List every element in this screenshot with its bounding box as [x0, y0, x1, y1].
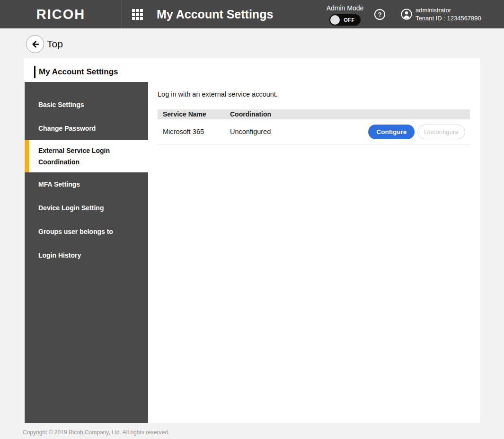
- ricoh-logo: RICOH: [0, 0, 122, 28]
- col-header-coordination: Coordination: [230, 110, 470, 118]
- sidebar-item-basic-settings[interactable]: Basic Settings: [25, 93, 148, 116]
- settings-panel: My Account Settings Basic Settings Chang…: [24, 58, 480, 423]
- coordination-status-cell: Unconfigured: [230, 128, 368, 135]
- sidebar-item-login-history[interactable]: Login History: [25, 243, 148, 267]
- help-icon[interactable]: ?: [374, 9, 385, 20]
- page-title: My Account Settings: [34, 66, 118, 78]
- sidebar-item-change-password[interactable]: Change Password: [25, 116, 148, 140]
- row-actions: Configure Unconfigure: [368, 125, 470, 139]
- tenant-id: Tenant ID : 1234567890: [416, 14, 481, 22]
- unconfigure-button: Unconfigure: [417, 125, 465, 139]
- admin-mode-control: Admin Mode OFF: [321, 4, 369, 26]
- sidebar-item-mfa-settings[interactable]: MFA Settings: [25, 172, 148, 196]
- toggle-knob-icon: [330, 15, 340, 25]
- sidebar-item-groups-user-belongs-to[interactable]: Groups user belongs to: [25, 220, 148, 243]
- app-launcher-icon[interactable]: [132, 9, 143, 20]
- sidebar-item-device-login-setting[interactable]: Device Login Setting: [25, 196, 148, 220]
- user-account-icon[interactable]: [401, 9, 412, 20]
- user-name: administrator: [416, 6, 481, 14]
- col-header-service-name: Service Name: [158, 110, 230, 118]
- copyright-text: Copyright © 2019 Ricoh Company, Ltd. All…: [23, 429, 169, 436]
- services-table: Service Name Coordination Microsoft 365 …: [158, 109, 470, 144]
- service-name-cell: Microsoft 365: [158, 128, 230, 135]
- topbar-divider: [122, 0, 122, 28]
- page: RICOH My Account Settings Admin Mode OFF…: [0, 0, 504, 439]
- configure-button[interactable]: Configure: [368, 125, 415, 139]
- app-title: My Account Settings: [157, 0, 273, 28]
- back-button[interactable]: [26, 35, 44, 53]
- description-text: Log in with an external service account.: [158, 90, 278, 98]
- table-row: Microsoft 365 Unconfigured Configure Unc…: [158, 119, 470, 144]
- admin-mode-label: Admin Mode: [321, 4, 369, 12]
- back-label[interactable]: Top: [47, 35, 63, 53]
- top-bar: RICOH My Account Settings Admin Mode OFF…: [0, 0, 504, 28]
- admin-mode-state: OFF: [342, 14, 357, 26]
- arrow-left-icon: [30, 39, 40, 49]
- sidebar: Basic Settings Change Password External …: [25, 82, 148, 423]
- user-info: administrator Tenant ID : 1234567890: [416, 6, 481, 22]
- sidebar-item-external-service-login-coordination[interactable]: External Service Login Coordination: [25, 140, 148, 172]
- table-header-row: Service Name Coordination: [158, 109, 470, 119]
- admin-mode-toggle[interactable]: OFF: [329, 14, 361, 26]
